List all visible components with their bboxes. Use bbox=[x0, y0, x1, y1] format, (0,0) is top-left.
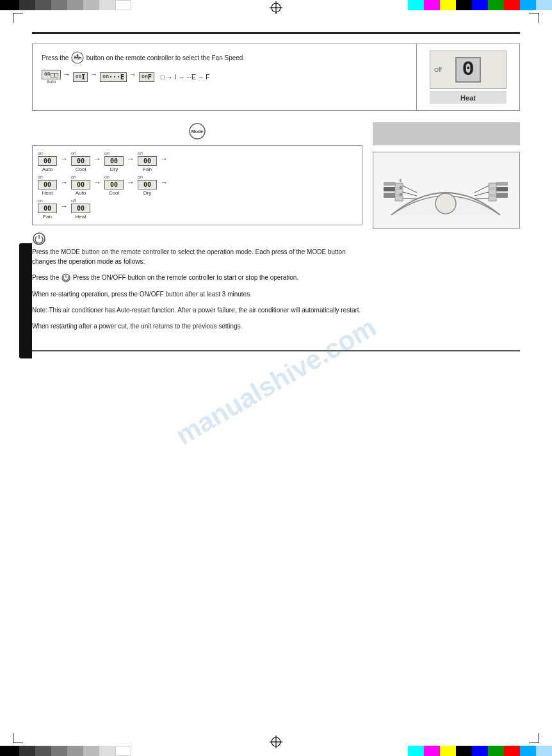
svg-line-26 bbox=[403, 198, 417, 199]
color-gray3 bbox=[67, 0, 83, 10]
color-green bbox=[488, 0, 504, 10]
mode-icon-area: Mode bbox=[32, 122, 362, 141]
lcd-screen: Off 0 bbox=[430, 51, 507, 89]
svg-rect-15 bbox=[496, 187, 508, 191]
arrow-1: → bbox=[63, 70, 70, 78]
mode-right-panel: ① ② ③ bbox=[373, 122, 520, 337]
body-text-2: Press the Press the ON/OFF button on the… bbox=[32, 273, 362, 283]
mode-arrow-8: → bbox=[160, 178, 168, 187]
gray-header-box bbox=[373, 122, 520, 145]
mode-unit-cool: on 00 Cool bbox=[71, 151, 90, 172]
fan-speed-left: Press the Fan button on the remote contr… bbox=[33, 44, 417, 110]
fan-step-auto: on □□ Auto bbox=[42, 70, 61, 84]
mode-unit-auto2: on 00 Auto bbox=[71, 175, 90, 196]
fan-text-line1: Press the Fan button on the remote contr… bbox=[42, 51, 407, 66]
corner-mark-bl bbox=[13, 733, 23, 743]
color-ltblue bbox=[536, 0, 552, 10]
mode-unit-cool2: on 00 Cool bbox=[104, 175, 124, 196]
mode-unit-heat: on 00 Heat bbox=[38, 175, 57, 196]
main-content: Press the Fan button on the remote contr… bbox=[32, 32, 520, 724]
body-text-5: When restarting after a power cut, the u… bbox=[32, 321, 362, 331]
mode-unit-fan2: on 00 Fan bbox=[38, 198, 57, 220]
mode-left: Mode on 00 Auto → on 00 Co bbox=[32, 122, 362, 337]
svg-rect-12 bbox=[384, 187, 395, 191]
svg-rect-20 bbox=[489, 183, 496, 188]
svg-text:Mode: Mode bbox=[191, 129, 203, 134]
mode-arrow-2: → bbox=[93, 154, 101, 163]
svg-rect-13 bbox=[384, 182, 395, 186]
svg-point-23 bbox=[435, 193, 456, 214]
wiring-diagram-box: ① ② ③ bbox=[373, 152, 520, 229]
color-gray4 bbox=[83, 0, 99, 10]
display-container: Off 0 Heat bbox=[430, 51, 507, 104]
mode-unit-fan: on 00 Fan bbox=[138, 151, 157, 172]
reg-mark-bottom bbox=[270, 736, 282, 750]
heat-label-bar: Heat bbox=[430, 92, 507, 104]
top-bar-left bbox=[0, 0, 131, 10]
color-blue bbox=[472, 0, 488, 10]
bottom-rule bbox=[32, 350, 520, 351]
body-text-3: When re-starting operation, press the ON… bbox=[32, 289, 362, 299]
fan-step-dots: on ···E bbox=[100, 72, 127, 82]
color-white bbox=[115, 0, 131, 10]
svg-line-28 bbox=[475, 192, 489, 196]
svg-line-27 bbox=[475, 186, 489, 193]
mode-row-3: on 00 Fan → off 00 Heat bbox=[38, 198, 357, 220]
mode-arrow-7: → bbox=[127, 178, 134, 187]
mode-arrow-1: → bbox=[60, 154, 68, 163]
arrow-3: → bbox=[129, 70, 136, 78]
mode-arrow-5: → bbox=[60, 178, 68, 187]
corner-mark-br bbox=[529, 733, 539, 743]
svg-rect-16 bbox=[496, 182, 508, 186]
svg-text:①: ① bbox=[399, 179, 402, 182]
fan-steps-formula: □ → I → ···E → F bbox=[161, 74, 210, 81]
mode-unit-dry2: on 00 Dry bbox=[138, 175, 157, 196]
body-text-4: Note: This air conditioner has Auto-rest… bbox=[32, 305, 362, 315]
color-cyan1 bbox=[408, 0, 424, 10]
top-rule bbox=[32, 32, 520, 34]
mode-unit-dry: on 00 Dry bbox=[104, 151, 124, 172]
power-icon-area bbox=[32, 232, 362, 247]
mode-arrow-9: → bbox=[60, 202, 68, 211]
mode-row-2: on 00 Heat → on 00 Auto → on 00 Cool bbox=[38, 175, 357, 196]
corner-mark-tr bbox=[529, 13, 539, 23]
mode-grid: on 00 Auto → on 00 Cool → on 00 Dry bbox=[32, 145, 362, 225]
onoff-icon bbox=[61, 274, 73, 281]
mode-arrow-3: → bbox=[127, 154, 134, 163]
fan-speed-section: Press the Fan button on the remote contr… bbox=[32, 44, 520, 111]
fan-step-F: on F bbox=[139, 72, 154, 82]
color-dgray bbox=[19, 0, 35, 10]
reg-mark-top bbox=[270, 1, 282, 15]
bottom-bar-right bbox=[408, 746, 552, 756]
mode-unit-auto: on 00 Auto bbox=[38, 151, 57, 172]
mode-arrow-6: → bbox=[93, 178, 101, 187]
fan-button-row: Press the Fan button on the remote contr… bbox=[42, 51, 407, 84]
sidebar-tab bbox=[19, 243, 32, 358]
mode-row-1: on 00 Auto → on 00 Cool → on 00 Dry bbox=[38, 151, 357, 172]
corner-mark-tl bbox=[13, 13, 23, 23]
off-label: Off bbox=[434, 67, 442, 73]
svg-text:②: ② bbox=[399, 186, 402, 189]
top-bar-right bbox=[408, 0, 552, 10]
arrow-2: → bbox=[90, 70, 97, 78]
segment-display: 0 bbox=[455, 57, 480, 83]
color-red bbox=[504, 0, 520, 10]
svg-line-25 bbox=[403, 192, 417, 196]
wiring-svg: ① ② ③ bbox=[378, 157, 513, 228]
color-cyan2 bbox=[520, 0, 536, 10]
power-icon bbox=[32, 232, 46, 247]
color-gray2 bbox=[51, 0, 67, 10]
color-black bbox=[0, 0, 19, 10]
body-text-1: Press the MODE button on the remote cont… bbox=[32, 247, 362, 266]
svg-text:③: ③ bbox=[399, 193, 402, 197]
svg-line-24 bbox=[403, 186, 417, 193]
mode-unit-heat2: off 00 Heat bbox=[71, 198, 90, 220]
svg-rect-22 bbox=[489, 196, 496, 201]
fan-step-I: on I bbox=[73, 72, 88, 82]
svg-rect-21 bbox=[489, 189, 496, 195]
mode-arrow-4: → bbox=[160, 154, 168, 163]
svg-rect-19 bbox=[395, 196, 403, 201]
color-magenta bbox=[424, 0, 440, 10]
color-gray1 bbox=[35, 0, 51, 10]
color-gray5 bbox=[99, 0, 115, 10]
